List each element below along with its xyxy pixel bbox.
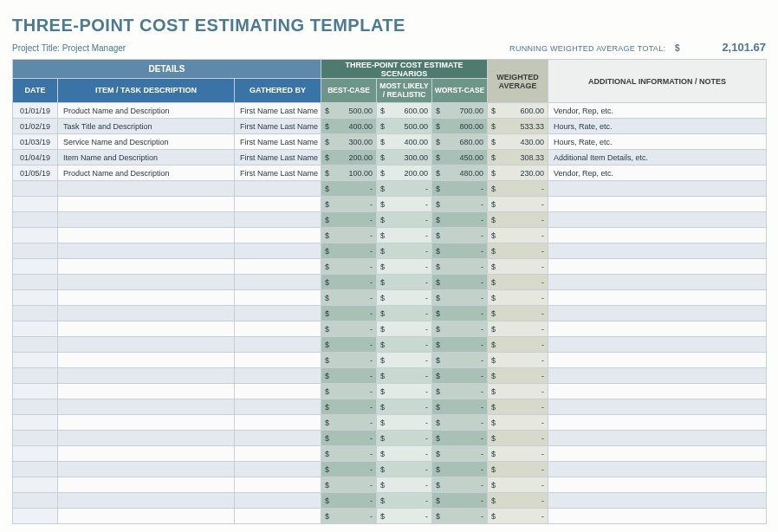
money-cell[interactable]: $- — [377, 368, 432, 384]
money-cell[interactable]: $- — [321, 353, 377, 368]
money-cell[interactable]: $- — [488, 509, 548, 524]
cell-notes[interactable] — [548, 415, 767, 431]
cell-gathered[interactable] — [235, 368, 321, 384]
cell-notes[interactable] — [548, 477, 767, 493]
cell-date[interactable] — [13, 509, 58, 524]
money-cell[interactable]: $- — [432, 493, 488, 509]
money-cell[interactable]: $400.00 — [377, 134, 432, 150]
money-cell[interactable]: $- — [377, 212, 432, 228]
cell-date[interactable]: 01/02/19 — [13, 119, 58, 134]
money-cell[interactable]: $- — [377, 462, 432, 477]
cell-date[interactable] — [13, 275, 58, 290]
cell-notes[interactable]: Vendor, Rep, etc. — [548, 103, 767, 119]
money-cell[interactable]: $- — [488, 228, 548, 243]
money-cell[interactable]: $- — [432, 462, 488, 477]
cell-date[interactable] — [13, 446, 58, 462]
money-cell[interactable]: $- — [377, 306, 432, 321]
money-cell[interactable]: $- — [377, 275, 432, 290]
cell-gathered[interactable] — [235, 399, 321, 415]
cell-notes[interactable]: Additional Item Details, etc. — [548, 150, 767, 165]
money-cell[interactable]: $300.00 — [377, 150, 432, 165]
money-cell[interactable]: $- — [432, 384, 488, 399]
money-cell[interactable]: $- — [432, 290, 488, 306]
money-cell[interactable]: $- — [321, 321, 377, 337]
money-cell[interactable]: $800.00 — [432, 119, 488, 134]
cell-item[interactable]: Product Name and Description — [58, 165, 235, 181]
cell-item[interactable]: Product Name and Description — [58, 103, 235, 119]
cell-date[interactable]: 01/05/19 — [13, 165, 58, 181]
cell-notes[interactable] — [548, 446, 767, 462]
cell-date[interactable] — [13, 399, 58, 415]
money-cell[interactable]: $533.33 — [488, 119, 548, 134]
cell-date[interactable] — [13, 306, 58, 321]
money-cell[interactable]: $- — [488, 399, 548, 415]
money-cell[interactable]: $- — [432, 197, 488, 212]
money-cell[interactable]: $- — [488, 181, 548, 197]
cell-date[interactable] — [13, 212, 58, 228]
money-cell[interactable]: $- — [488, 415, 548, 431]
cell-item[interactable]: Item Name and Description — [58, 150, 235, 165]
money-cell[interactable]: $- — [377, 384, 432, 399]
cell-date[interactable] — [13, 462, 58, 477]
money-cell[interactable]: $- — [488, 462, 548, 477]
cell-notes[interactable] — [548, 337, 767, 353]
cell-gathered[interactable] — [235, 415, 321, 431]
money-cell[interactable]: $- — [432, 321, 488, 337]
money-cell[interactable]: $- — [377, 415, 432, 431]
money-cell[interactable]: $- — [377, 431, 432, 446]
money-cell[interactable]: $- — [321, 462, 377, 477]
cell-notes[interactable] — [548, 197, 767, 212]
cell-gathered[interactable] — [235, 509, 321, 524]
money-cell[interactable]: $- — [488, 337, 548, 353]
money-cell[interactable]: $- — [488, 493, 548, 509]
money-cell[interactable]: $- — [321, 243, 377, 259]
money-cell[interactable]: $430.00 — [488, 134, 548, 150]
cell-notes[interactable] — [548, 384, 767, 399]
money-cell[interactable]: $- — [432, 212, 488, 228]
cell-item[interactable] — [58, 353, 235, 368]
cell-notes[interactable] — [548, 228, 767, 243]
cell-notes[interactable] — [548, 509, 767, 524]
cell-gathered[interactable]: First Name Last Name — [235, 119, 321, 134]
cell-gathered[interactable] — [235, 431, 321, 446]
money-cell[interactable]: $- — [377, 290, 432, 306]
cell-notes[interactable]: Hours, Rate, etc. — [548, 134, 767, 150]
money-cell[interactable]: $- — [377, 181, 432, 197]
money-cell[interactable]: $- — [321, 509, 377, 524]
money-cell[interactable]: $- — [321, 477, 377, 493]
cell-item[interactable] — [58, 415, 235, 431]
money-cell[interactable]: $- — [432, 259, 488, 275]
cell-notes[interactable] — [548, 399, 767, 415]
money-cell[interactable]: $300.00 — [321, 134, 377, 150]
money-cell[interactable]: $450.00 — [432, 150, 488, 165]
money-cell[interactable]: $680.00 — [432, 134, 488, 150]
money-cell[interactable]: $- — [321, 446, 377, 462]
cell-item[interactable] — [58, 493, 235, 509]
money-cell[interactable]: $- — [321, 306, 377, 321]
cell-date[interactable] — [13, 431, 58, 446]
money-cell[interactable]: $- — [321, 259, 377, 275]
money-cell[interactable]: $- — [321, 384, 377, 399]
cell-date[interactable] — [13, 228, 58, 243]
cell-date[interactable] — [13, 415, 58, 431]
cell-date[interactable] — [13, 181, 58, 197]
money-cell[interactable]: $- — [488, 431, 548, 446]
money-cell[interactable]: $700.00 — [432, 103, 488, 119]
money-cell[interactable]: $- — [377, 243, 432, 259]
cell-item[interactable] — [58, 306, 235, 321]
cell-gathered[interactable] — [235, 446, 321, 462]
money-cell[interactable]: $- — [432, 337, 488, 353]
cell-date[interactable]: 01/04/19 — [13, 150, 58, 165]
cell-notes[interactable] — [548, 259, 767, 275]
money-cell[interactable]: $- — [321, 337, 377, 353]
money-cell[interactable]: $- — [432, 477, 488, 493]
cell-item[interactable] — [58, 337, 235, 353]
cell-item[interactable] — [58, 384, 235, 399]
cell-notes[interactable] — [548, 431, 767, 446]
cell-date[interactable] — [13, 290, 58, 306]
money-cell[interactable]: $- — [432, 415, 488, 431]
money-cell[interactable]: $- — [488, 243, 548, 259]
money-cell[interactable]: $600.00 — [377, 103, 432, 119]
cell-date[interactable] — [13, 259, 58, 275]
cell-item[interactable] — [58, 181, 235, 197]
